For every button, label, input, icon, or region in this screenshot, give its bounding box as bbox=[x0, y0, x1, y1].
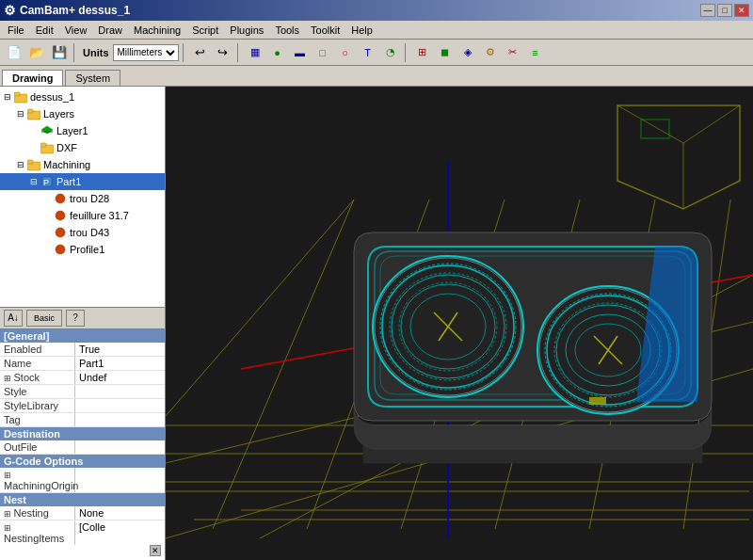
menu-file[interactable]: File bbox=[2, 23, 30, 38]
props-value: [Colle bbox=[75, 520, 165, 545]
tree-label: Machining bbox=[43, 159, 90, 170]
tab-system[interactable]: System bbox=[65, 70, 120, 86]
expand-icon[interactable] bbox=[41, 227, 53, 238]
props-value: Part1 bbox=[75, 357, 165, 370]
props-key: NestingItems bbox=[0, 520, 75, 545]
open-button[interactable]: 📂 bbox=[26, 42, 47, 63]
menu-toolkit[interactable]: Toolkit bbox=[305, 23, 345, 38]
props-row-outfile[interactable]: OutFile bbox=[0, 440, 165, 455]
menu-draw[interactable]: Draw bbox=[92, 23, 128, 38]
expand-icon[interactable]: ⊟ bbox=[2, 91, 13, 103]
menu-script[interactable]: Script bbox=[186, 23, 224, 38]
tree-item-dxf[interactable]: DXF bbox=[0, 139, 165, 156]
save-button[interactable]: 💾 bbox=[49, 42, 70, 63]
props-key: OutFile bbox=[0, 440, 75, 454]
tab-drawing[interactable]: Drawing bbox=[2, 70, 63, 86]
props-row-style[interactable]: Style bbox=[0, 385, 165, 399]
tree-item-trou_d43[interactable]: trou D43 bbox=[0, 224, 165, 241]
expand-icon[interactable] bbox=[41, 210, 53, 221]
props-row-stylelibrary[interactable]: StyleLibrary bbox=[0, 399, 165, 413]
menu-machining[interactable]: Machining bbox=[128, 23, 186, 38]
cam-icon[interactable]: ⚙ bbox=[480, 42, 501, 63]
menu-view[interactable]: View bbox=[59, 23, 93, 38]
toolbar-sep-1 bbox=[73, 43, 77, 62]
tree-item-dessus_1[interactable]: ⊟dessus_1 bbox=[0, 88, 165, 105]
tree-item-machining[interactable]: ⊟Machining bbox=[0, 156, 165, 173]
viewport[interactable] bbox=[166, 87, 753, 560]
tree-label: feuillure 31.7 bbox=[70, 210, 129, 221]
svg-marker-4 bbox=[41, 126, 53, 134]
props-row-nestingitems[interactable]: NestingItems[Colle bbox=[0, 520, 165, 546]
tree-item-layer1[interactable]: Layer1 bbox=[0, 122, 165, 139]
props-key: Style bbox=[0, 385, 75, 398]
props-value bbox=[75, 413, 165, 426]
tree-icon-op bbox=[53, 191, 68, 206]
app-icon: ⚙ bbox=[4, 3, 16, 18]
tree-label: trou D43 bbox=[70, 227, 109, 238]
svg-rect-1 bbox=[14, 92, 20, 96]
menu-edit[interactable]: Edit bbox=[30, 23, 59, 38]
props-row-stock[interactable]: StockUndef bbox=[0, 371, 165, 385]
redo-button[interactable]: ↪ bbox=[213, 42, 233, 63]
sort-az-button[interactable]: A↓ bbox=[4, 310, 23, 327]
units-select[interactable]: Millimeters Inches bbox=[113, 44, 179, 61]
expand-icon[interactable]: ⊟ bbox=[15, 108, 26, 120]
props-value bbox=[75, 468, 165, 492]
expand-icon[interactable] bbox=[28, 125, 40, 136]
props-row-enabled[interactable]: EnabledTrue bbox=[0, 343, 165, 357]
props-row-nesting[interactable]: NestingNone bbox=[0, 506, 165, 520]
menu-plugins[interactable]: Plugins bbox=[224, 23, 269, 38]
tree-item-profile1[interactable]: Profile1 bbox=[0, 241, 165, 258]
tree-item-layers[interactable]: ⊟Layers bbox=[0, 105, 165, 122]
svg-rect-7 bbox=[40, 143, 46, 147]
props-key: Enabled bbox=[0, 343, 75, 356]
tool2-icon[interactable]: ✂ bbox=[503, 42, 523, 63]
tool3-icon[interactable]: ≡ bbox=[525, 42, 546, 63]
toolbar-sep-4 bbox=[405, 43, 409, 62]
props-row-tag[interactable]: Tag bbox=[0, 413, 165, 427]
close-button[interactable]: ✕ bbox=[734, 4, 749, 17]
menu-tools[interactable]: Tools bbox=[269, 23, 305, 38]
props-value bbox=[75, 440, 165, 454]
minimize-button[interactable]: — bbox=[700, 4, 715, 17]
content-area: ⊟dessus_1⊟LayersLayer1DXF⊟Machining⊟PPar… bbox=[0, 87, 753, 560]
text-icon[interactable]: T bbox=[358, 42, 378, 63]
tree-label: Layers bbox=[43, 108, 74, 120]
arc-icon[interactable]: ◔ bbox=[380, 42, 401, 63]
properties-close-button[interactable]: ✕ bbox=[150, 545, 161, 556]
3d-canvas bbox=[166, 87, 753, 557]
point-icon[interactable]: ● bbox=[267, 42, 288, 63]
units-label: Units bbox=[83, 47, 109, 58]
grid-icon[interactable]: ▦ bbox=[245, 42, 265, 63]
left-panel: ⊟dessus_1⊟LayersLayer1DXF⊟Machining⊟PPar… bbox=[0, 87, 166, 560]
menu-help[interactable]: Help bbox=[345, 23, 378, 38]
tree-item-feuillure[interactable]: feuillure 31.7 bbox=[0, 207, 165, 224]
window-controls: — □ ✕ bbox=[700, 4, 749, 17]
props-row-name[interactable]: NamePart1 bbox=[0, 357, 165, 371]
expand-icon[interactable]: ⊟ bbox=[28, 176, 40, 187]
expand-icon[interactable] bbox=[41, 193, 53, 204]
props-value: None bbox=[75, 506, 165, 520]
svg-rect-56 bbox=[589, 397, 606, 405]
props-value: True bbox=[75, 343, 165, 356]
line-icon[interactable]: ▬ bbox=[290, 42, 311, 63]
help-button[interactable]: ? bbox=[66, 310, 85, 327]
fill-icon[interactable]: ◼ bbox=[435, 42, 456, 63]
tree-icon-part: P bbox=[40, 174, 55, 189]
basic-mode-button[interactable]: Basic bbox=[26, 310, 62, 327]
expand-icon[interactable]: ⊟ bbox=[15, 159, 26, 170]
maximize-button[interactable]: □ bbox=[717, 4, 732, 17]
render-icon[interactable]: ◈ bbox=[457, 42, 478, 63]
new-button[interactable]: 📄 bbox=[4, 42, 24, 63]
circle-icon[interactable]: ○ bbox=[335, 42, 356, 63]
undo-button[interactable]: ↩ bbox=[190, 42, 211, 63]
props-key: Nesting bbox=[0, 506, 75, 520]
tree-item-trou_d28[interactable]: trou D28 bbox=[0, 190, 165, 207]
rect-icon[interactable]: □ bbox=[312, 42, 333, 63]
props-row-machiningorigin[interactable]: MachiningOrigin bbox=[0, 468, 165, 493]
layer-icon[interactable]: ⊞ bbox=[412, 42, 433, 63]
expand-icon[interactable] bbox=[28, 142, 40, 153]
expand-icon[interactable] bbox=[41, 244, 53, 255]
tree-item-part1[interactable]: ⊟PPart1 bbox=[0, 173, 165, 190]
tree-icon-layer bbox=[40, 123, 55, 138]
